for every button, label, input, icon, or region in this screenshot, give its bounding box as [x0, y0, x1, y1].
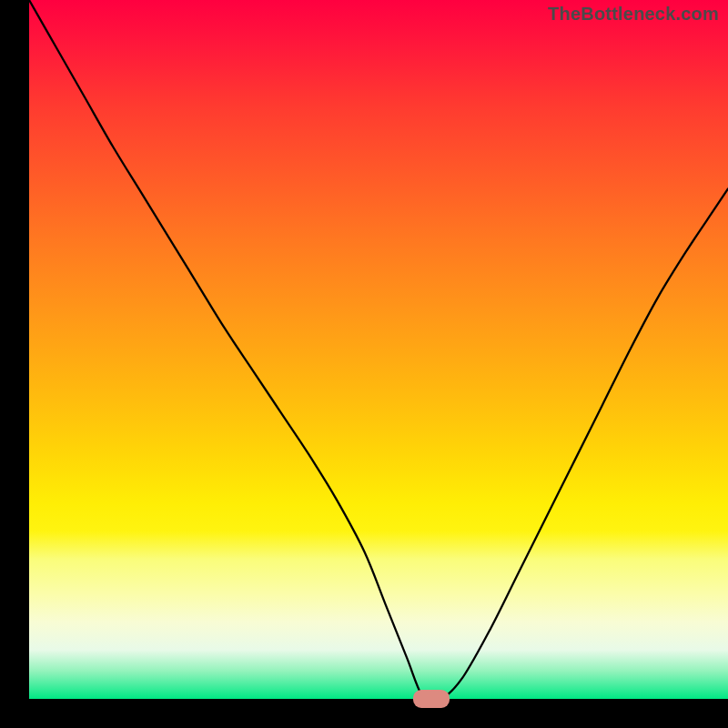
watermark-text: TheBottleneck.com — [548, 4, 719, 25]
optimum-marker — [413, 690, 450, 707]
bottleneck-curve — [29, 0, 728, 699]
plot-area: TheBottleneck.com — [29, 0, 728, 699]
chart-container: TheBottleneck.com — [0, 0, 728, 728]
